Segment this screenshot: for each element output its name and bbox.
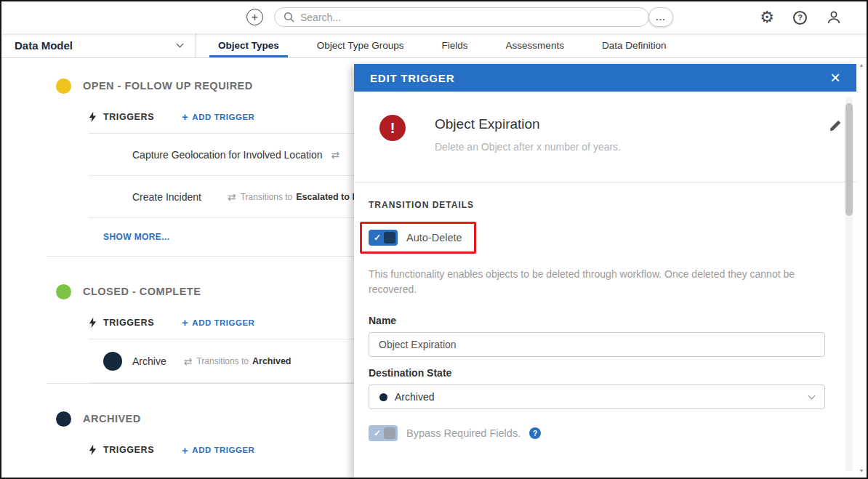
help-tooltip-icon[interactable]: ? <box>529 427 541 439</box>
triggers-label: TRIGGERS <box>103 112 154 122</box>
trigger-title: Object Expiration <box>435 116 621 132</box>
user-icon[interactable] <box>826 9 842 25</box>
check-icon: ✓ <box>374 233 381 242</box>
state-color-dot <box>56 284 71 299</box>
edit-pencil-icon[interactable] <box>829 119 842 132</box>
transitions-to-label: Transitions to <box>241 192 293 202</box>
destination-state-label: Destination State <box>369 367 842 379</box>
transition-details-heading: TRANSITION DETAILS <box>369 200 842 210</box>
add-trigger-button[interactable]: + ADD TRIGGER <box>182 111 254 122</box>
toggle-knob <box>384 232 395 243</box>
tab-assessments[interactable]: Assessments <box>487 33 583 57</box>
tab-object-types[interactable]: Object Types <box>199 33 298 57</box>
triggers-label: TRIGGERS <box>103 445 154 455</box>
trigger-name: Create Incident <box>132 191 201 203</box>
transition-info: ⇄ Transitions to Archived <box>184 356 292 366</box>
scroll-down-icon[interactable]: ▼ <box>859 468 864 473</box>
plus-icon: + <box>182 111 188 122</box>
triggers-label: TRIGGERS <box>103 318 154 328</box>
data-model-dropdown-label: Data Model <box>15 39 73 52</box>
question-glyph: ? <box>797 13 803 22</box>
lightning-icon <box>89 111 97 123</box>
check-icon: ✓ <box>374 429 381 438</box>
name-input[interactable] <box>369 332 825 357</box>
trigger-state-dot <box>103 352 122 371</box>
more-options-button[interactable]: ... <box>648 7 673 27</box>
chevron-down-icon <box>177 41 184 48</box>
tab-fields[interactable]: Fields <box>423 33 487 57</box>
toggle-knob <box>384 427 395 439</box>
bypass-required-fields-label: Bypass Required Fields. <box>406 427 521 439</box>
search-input[interactable] <box>300 12 640 23</box>
panel-body: ! Object Expiration Delete an Object aft… <box>354 92 856 478</box>
topbar-right-icons: ⚙ ? <box>760 1 842 33</box>
help-icon[interactable]: ? <box>793 11 807 25</box>
topbar: + ... ⚙ ? <box>1 1 867 33</box>
search-icon <box>284 12 294 23</box>
lightning-icon <box>89 317 97 329</box>
data-model-dropdown[interactable]: Data Model <box>1 33 196 57</box>
divider <box>354 182 856 182</box>
panel-header: EDIT TRIGGER × <box>354 64 856 92</box>
scroll-up-icon[interactable]: ▲ <box>859 63 864 68</box>
transition-arrows-icon: ⇄ <box>184 356 193 366</box>
page-scrollbar[interactable]: ▲ ▼ <box>856 58 867 478</box>
trigger-description: Delete an Object after x number of years… <box>435 141 621 153</box>
add-trigger-button[interactable]: + ADD TRIGGER <box>182 445 254 456</box>
state-title: ARCHIVED <box>83 413 141 424</box>
question-glyph: ? <box>533 430 537 438</box>
nav-tabs: Object Types Object Type Groups Fields A… <box>199 33 685 57</box>
state-title: CLOSED - COMPLETE <box>83 286 201 297</box>
bypass-required-fields-row: ✓ Bypass Required Fields. ? <box>369 425 842 441</box>
settings-gear-icon[interactable]: ⚙ <box>760 9 774 25</box>
show-more-link[interactable]: SHOW MORE... <box>103 232 169 242</box>
bypass-required-fields-toggle[interactable]: ✓ <box>369 425 398 441</box>
auto-delete-help-text: This functionality enables objects to be… <box>369 267 813 297</box>
tab-data-definition[interactable]: Data Definition <box>583 33 686 57</box>
add-trigger-label: ADD TRIGGER <box>192 446 254 454</box>
plus-icon: + <box>182 317 188 328</box>
search-box[interactable] <box>274 7 649 27</box>
add-trigger-button[interactable]: + ADD TRIGGER <box>182 317 254 328</box>
transition-arrows-icon: ⇄ <box>228 192 236 202</box>
tab-object-type-groups[interactable]: Object Type Groups <box>298 33 423 57</box>
panel-scrollbar-thumb[interactable] <box>845 103 853 216</box>
state-color-dot <box>56 411 71 427</box>
chevron-down-icon <box>808 393 816 400</box>
transition-info: ⇄ Transitions to Escalated to Inci <box>228 192 368 202</box>
state-color-dot <box>56 79 71 94</box>
annotation-highlight: ✓ Auto-Delete <box>360 222 476 254</box>
secondary-nav: Data Model Object Types Object Type Grou… <box>1 33 867 58</box>
state-color-dot <box>379 393 387 401</box>
state-title: OPEN - FOLLOW UP REQUIRED <box>83 80 253 92</box>
trigger-name: Capture Geolocation for Involved Locatio… <box>132 149 323 161</box>
auto-delete-label: Auto-Delete <box>406 232 462 243</box>
create-button[interactable]: + <box>246 9 263 25</box>
alert-icon: ! <box>379 115 406 141</box>
lightning-icon <box>89 444 97 456</box>
trigger-summary: ! Object Expiration Delete an Object aft… <box>369 115 842 153</box>
edit-trigger-panel: EDIT TRIGGER × ! Object Expiration Delet… <box>354 64 856 478</box>
panel-scrollbar[interactable] <box>845 97 853 472</box>
trigger-name: Archive <box>132 355 166 367</box>
transition-target: Archived <box>252 356 292 366</box>
close-icon[interactable]: × <box>830 69 840 86</box>
destination-state-select[interactable]: Archived <box>369 385 825 409</box>
add-trigger-label: ADD TRIGGER <box>192 113 254 121</box>
exclamation-glyph: ! <box>390 120 395 137</box>
plus-icon: + <box>182 445 188 456</box>
destination-state-value: Archived <box>395 391 434 403</box>
add-trigger-label: ADD TRIGGER <box>192 318 254 327</box>
transitions-to-label: Transitions to <box>196 356 249 366</box>
name-field-label: Name <box>369 315 842 326</box>
panel-title: EDIT TRIGGER <box>370 72 454 84</box>
app-window: + ... ⚙ ? Data Model Object <box>0 0 868 479</box>
plus-icon: + <box>252 12 258 23</box>
auto-delete-toggle[interactable]: ✓ <box>369 230 398 246</box>
transition-arrows-icon: ⇄ <box>331 150 340 160</box>
